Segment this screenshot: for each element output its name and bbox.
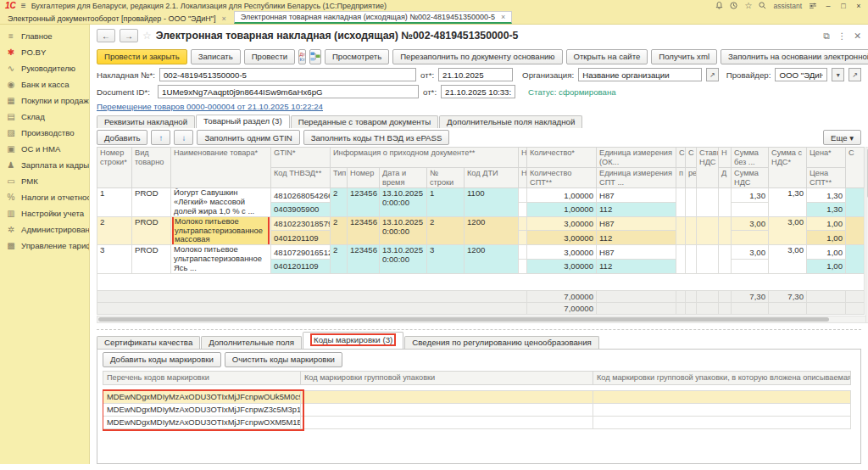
column-header[interactable]: Н (719, 148, 732, 168)
open-new-window-icon[interactable]: ⧉ (823, 31, 830, 42)
column-header[interactable]: Цена* (807, 148, 846, 168)
tab-document-0[interactable]: Реквизиты накладной (97, 115, 195, 128)
cell-price[interactable]: 1,00 (807, 245, 846, 260)
open-on-site-button[interactable]: Открыть на сайте (566, 49, 648, 64)
cell-doc-number[interactable]: 123456 (348, 188, 380, 216)
cell-doc-number[interactable]: 123456 (348, 216, 380, 244)
clear-marking-codes-button[interactable]: Очистить коды маркировки (225, 352, 342, 367)
tab-close-icon[interactable]: × (222, 14, 226, 23)
sidebar-item-manager[interactable]: ∿Руководителю (0, 60, 89, 76)
main-menu-icon[interactable]: ≡ (21, 1, 26, 10)
table-cell[interactable] (732, 302, 769, 314)
table-cell[interactable] (732, 259, 769, 273)
cell-gtin[interactable]: 4810268054266 (271, 188, 331, 203)
codes-column-header[interactable]: Перечень кодов маркировки (103, 371, 301, 384)
cell-group-package-code[interactable] (301, 403, 593, 416)
cell-doc-datetime[interactable]: 13.10.20250:00:00 (380, 216, 427, 244)
cell-dti-code[interactable]: 1200 (465, 245, 519, 273)
column-header[interactable]: Сумма с НДС* (769, 148, 807, 188)
cell-group-package-code[interactable] (301, 390, 593, 403)
cell-doc-type[interactable]: 2 (331, 188, 348, 216)
cell-quantity-spt[interactable]: 3,00000 (527, 231, 597, 245)
total-sum-no-vat[interactable]: 7,30 (732, 290, 769, 302)
column-header[interactable]: С (676, 148, 686, 168)
invoice-date-input[interactable] (438, 68, 513, 81)
table-cell[interactable] (846, 302, 865, 314)
table-cell[interactable] (519, 245, 527, 260)
column-header[interactable]: Сумма НДС (732, 168, 769, 188)
column-header[interactable]: Номер (348, 168, 380, 188)
cell-marking-code[interactable]: MDEwNDgxMDIyMzAxODU3OTIxMjJFcnpwZ3c5M3p1… (103, 403, 301, 416)
favorites-star-icon[interactable]: ☆ (744, 1, 752, 10)
tab-document-2[interactable]: Переданные с товаром документы (291, 115, 438, 128)
base-document-link[interactable]: Перемещение товаров 0000-000004 от 21.10… (90, 100, 868, 114)
sidebar-item-salary-hr[interactable]: ♟Зарплата и кадры (0, 157, 89, 173)
table-cell[interactable] (732, 203, 769, 217)
cell-unit[interactable]: H87 (597, 245, 676, 260)
close-window-button[interactable]: × (854, 2, 863, 10)
table-cell[interactable] (519, 203, 527, 217)
get-xml-button[interactable]: Получить xml (651, 49, 717, 64)
table-cell[interactable] (686, 302, 697, 314)
sidebar-item-warehouse[interactable]: ▤Склад (0, 109, 89, 125)
tab-marking-2[interactable]: Коды маркировки (3) (303, 332, 403, 349)
table-cell[interactable] (719, 290, 732, 302)
cell-unit-spt[interactable]: 112 (597, 259, 676, 273)
view-button[interactable]: Просмотреть (325, 49, 389, 64)
goods-table[interactable]: Номер строки*Вид товарноНаименование тов… (97, 147, 865, 315)
document-structure-button[interactable] (309, 49, 321, 64)
column-header[interactable]: Ставк НДС (697, 148, 719, 188)
total-sum-with-vat[interactable]: 7,30 (769, 290, 807, 302)
column-header[interactable]: Единица измерения СПТ ... (597, 168, 676, 188)
column-header[interactable]: Код ТНВЭД** (271, 168, 331, 188)
cell-item-kind[interactable]: PROD (132, 216, 171, 244)
column-header[interactable]: С (686, 148, 697, 168)
organization-open-icon[interactable]: ↗ (706, 68, 719, 81)
cell-price[interactable]: 1,30 (807, 188, 846, 203)
cell-tnved[interactable]: 0401201109 (271, 259, 331, 273)
forward-button[interactable]: → (120, 29, 138, 42)
cell-line-number[interactable]: 1 (97, 188, 132, 216)
sidebar-item-bank-cash[interactable]: ◉Банк и касса (0, 76, 89, 92)
table-cell[interactable] (846, 290, 865, 302)
table-row[interactable]: 3PRODМолоко питьевое ультрапастеризованн… (97, 245, 865, 260)
cell-doc-line-no[interactable]: 3 (427, 245, 465, 273)
provider-input[interactable] (775, 68, 827, 81)
sidebar-item-production[interactable]: ▨Производство (0, 125, 89, 141)
table-cell[interactable] (686, 188, 697, 216)
column-header[interactable]: Код ДТИ (465, 168, 519, 188)
table-cell[interactable] (676, 290, 686, 302)
cell-item-kind[interactable]: PROD (132, 188, 171, 216)
cell-marking-code[interactable]: MDEwNDgxMDIyMzAxODU3OTIxMjJFcnpwOXM5M1BV… (103, 416, 301, 428)
column-header[interactable]: Д (719, 168, 732, 188)
table-cell[interactable] (697, 290, 719, 302)
cell-item-name[interactable]: Йогурт Савушкин «Лёгкий» массовой долей … (171, 188, 271, 216)
cell-price-spt[interactable]: 1,30 (807, 203, 846, 217)
tab-marking-0[interactable]: Сертификаты качества (97, 336, 200, 349)
cell-unit-spt[interactable]: 112 (597, 231, 676, 245)
column-header[interactable]: С (846, 148, 865, 188)
provider-open-icon[interactable]: ↗ (849, 68, 861, 81)
table-cell[interactable] (519, 188, 527, 203)
table-cell[interactable] (686, 216, 697, 244)
cell-tnved[interactable]: 0403905900 (271, 203, 331, 217)
move-up-button[interactable]: ↑ (151, 130, 170, 145)
table-cell[interactable] (719, 245, 732, 273)
table-cell[interactable] (846, 216, 865, 244)
assistant-label[interactable]: assistant (773, 2, 802, 10)
table-row[interactable]: 2PRODМолоко питьевое ультрапастеризованн… (97, 216, 865, 231)
table-cell[interactable] (519, 216, 527, 231)
column-header[interactable]: ре (686, 168, 697, 188)
cell-item-name[interactable]: Молоко питьевое ультрапастеризованное Яс… (171, 245, 271, 273)
cell-dti-code[interactable]: 1100 (465, 188, 519, 216)
marking-code-row[interactable]: MDEwNDgxMDIyMzAxODU3OTIxMjJFcnpwOXM5M1BV… (103, 416, 851, 428)
cell-group-package-code[interactable] (301, 416, 593, 428)
post-and-close-button[interactable]: Провести и закрыть (97, 49, 187, 64)
sidebar-item-accounting-settings[interactable]: ▥Настройки учета (0, 205, 89, 221)
favorite-star-icon[interactable]: ☆ (142, 30, 152, 42)
cell-sum-no-vat[interactable]: 3,00 (732, 245, 769, 260)
cell-doc-type[interactable]: 2 (331, 216, 348, 244)
column-header[interactable]: Единица измерения (ОК... (597, 148, 676, 168)
codes-column-header[interactable]: Код маркировки групповой упаковки, в кот… (593, 371, 851, 384)
cell-doc-number[interactable]: 123456 (348, 245, 380, 273)
